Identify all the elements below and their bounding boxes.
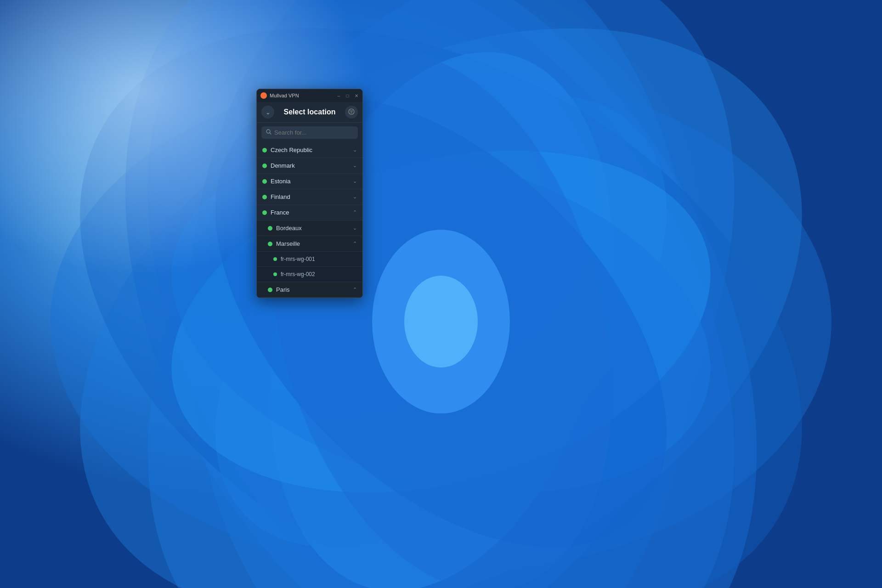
status-dot-fr-mrs-wg-001: [273, 257, 277, 261]
search-container: [257, 123, 362, 142]
status-dot-fr-mrs-wg-002: [273, 272, 277, 276]
city-name-paris: Paris: [276, 286, 290, 293]
title-bar-controls: – □ ✕: [336, 93, 359, 98]
desktop-background: [0, 0, 882, 588]
country-row-left: Estonia: [262, 178, 290, 185]
server-name-fr-mrs-wg-002: fr-mrs-wg-002: [281, 271, 315, 277]
country-row-france[interactable]: France ⌃: [257, 205, 362, 220]
country-row-left: Denmark: [262, 162, 295, 169]
chevron-icon-marseille-up: ⌃: [353, 241, 357, 247]
app-icon: [260, 92, 267, 99]
country-row-finland[interactable]: Finland ⌄: [257, 189, 362, 205]
city-name-marseille: Marseille: [276, 240, 300, 247]
svg-point-17: [262, 94, 265, 97]
country-name-finland: Finland: [271, 193, 290, 200]
city-row-left: Marseille: [268, 240, 300, 247]
header-title: Select location: [274, 108, 345, 116]
chevron-icon-bordeaux: ⌄: [353, 225, 357, 231]
server-row-fr-mrs-wg-002[interactable]: fr-mrs-wg-002: [257, 267, 362, 282]
chevron-icon-czech-republic: ⌄: [353, 147, 357, 153]
status-dot-czech-republic: [262, 148, 267, 153]
title-bar: Mullvad VPN – □ ✕: [257, 89, 362, 102]
chevron-icon-finland: ⌄: [353, 194, 357, 200]
country-row-denmark[interactable]: Denmark ⌄: [257, 158, 362, 174]
country-name-denmark: Denmark: [271, 162, 295, 169]
status-dot-bordeaux: [268, 226, 272, 231]
filter-button[interactable]: [345, 106, 358, 119]
search-icon: [266, 129, 271, 136]
app-title: Mullvad VPN: [270, 93, 299, 98]
status-dot-estonia: [262, 179, 267, 184]
country-row-estonia[interactable]: Estonia ⌄: [257, 174, 362, 189]
country-row-left: Czech Republic: [262, 147, 312, 153]
country-name-estonia: Estonia: [271, 178, 290, 185]
location-list[interactable]: Czech Republic ⌄ Denmark ⌄ Estonia ⌄ Fin…: [257, 142, 362, 298]
chevron-icon-denmark: ⌄: [353, 163, 357, 169]
city-row-marseille[interactable]: Marseille ⌃: [257, 236, 362, 252]
status-dot-france: [262, 210, 267, 215]
city-name-bordeaux: Bordeaux: [276, 225, 302, 232]
title-bar-left: Mullvad VPN: [260, 92, 299, 99]
svg-point-15: [404, 276, 478, 368]
country-row-left: France: [262, 209, 289, 216]
server-row-fr-mrs-wg-001[interactable]: fr-mrs-wg-001: [257, 252, 362, 267]
chevron-icon-paris-up: ⌃: [353, 287, 357, 293]
server-name-fr-mrs-wg-001: fr-mrs-wg-001: [281, 256, 315, 262]
search-input[interactable]: [274, 129, 353, 136]
city-row-paris[interactable]: Paris ⌃: [257, 282, 362, 298]
city-row-bordeaux[interactable]: Bordeaux ⌄: [257, 220, 362, 236]
chevron-icon-estonia: ⌄: [353, 178, 357, 184]
maximize-button[interactable]: □: [345, 93, 350, 98]
status-dot-marseille: [268, 242, 272, 246]
search-input-wrapper[interactable]: [261, 126, 358, 139]
filter-icon: [348, 108, 355, 116]
app-header: ⌄ Select location: [257, 102, 362, 123]
country-row-czech-republic[interactable]: Czech Republic ⌄: [257, 142, 362, 158]
status-dot-denmark: [262, 164, 267, 168]
svg-line-23: [270, 133, 271, 134]
country-name-france: France: [271, 209, 289, 216]
status-dot-paris: [268, 288, 272, 292]
city-row-left: Paris: [268, 286, 290, 293]
chevron-icon-france-up: ⌃: [353, 209, 357, 215]
close-button[interactable]: ✕: [354, 93, 359, 98]
status-dot-finland: [262, 195, 267, 199]
minimize-button[interactable]: –: [336, 93, 341, 98]
country-name-czech-republic: Czech Republic: [271, 147, 312, 153]
vpn-window: Mullvad VPN – □ ✕ ⌄ Select location: [256, 89, 363, 298]
country-row-left: Finland: [262, 193, 290, 200]
chevron-down-icon: ⌄: [266, 109, 271, 116]
city-row-left: Bordeaux: [268, 225, 302, 232]
back-button[interactable]: ⌄: [261, 106, 274, 119]
